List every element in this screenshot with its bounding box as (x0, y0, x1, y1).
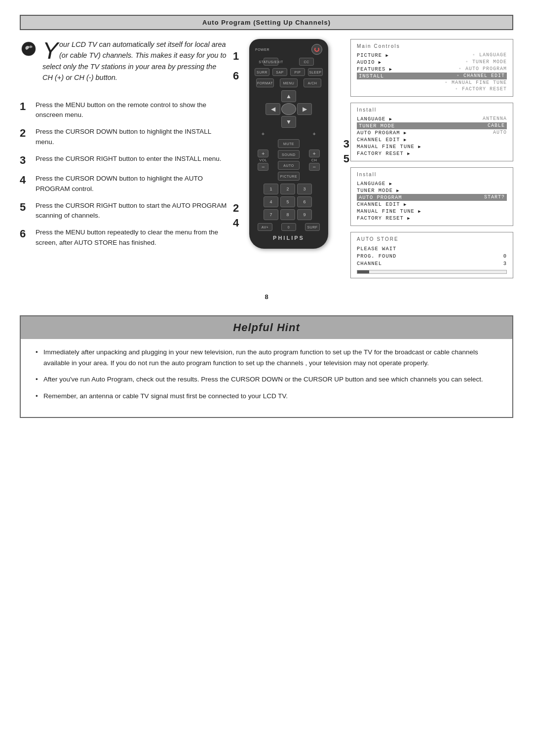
num-1-btn[interactable]: 1 (264, 184, 278, 194)
ach-button[interactable]: A/CH (304, 78, 321, 87)
menu-install-highlighted: INSTALL ◦ CHANNEL EDIT (357, 73, 507, 79)
cc-button[interactable]: CC (299, 58, 314, 66)
menu-audio: AUDIO ▶ ◦ TUNER MODE (357, 59, 507, 66)
ch-plus-label: + (312, 131, 316, 137)
step-6: 6 Press the MENU button repeatedly to cl… (20, 227, 227, 248)
remote-diagram: 1 6 2 4 POWER STATUS/EXIT (242, 39, 336, 278)
progress-bar-fill (357, 270, 369, 273)
i2-language-label: LANGUAGE ▶ (357, 181, 392, 187)
menu-install-label: INSTALL (359, 73, 384, 79)
picture-label: PICTURE (280, 175, 297, 178)
format-button[interactable]: FORMAT (256, 78, 274, 87)
ch-col: + CH − (309, 150, 320, 171)
auto-store-prog-found: PROG. FOUND 0 (357, 252, 507, 260)
num-7-btn[interactable]: 7 (264, 209, 278, 220)
menu-button[interactable]: MENU (280, 78, 298, 87)
step-2-text: Press the CURSOR DOWN button to highligh… (36, 127, 227, 147)
num-5-btn[interactable]: 5 (280, 196, 295, 207)
num-5-label: 5 (286, 199, 289, 204)
pip-button[interactable]: PIP (290, 68, 305, 76)
menu-mft-sub: ◦ MANUAL FINE TUNE (445, 80, 507, 85)
dpad-empty-tr (297, 90, 312, 102)
dpad-empty-tl (266, 90, 280, 102)
num-9-btn[interactable]: 9 (297, 209, 312, 220)
sound-btn[interactable]: SOUND (278, 150, 300, 159)
vol-label: VOL (260, 158, 267, 162)
bottom-row: AV+ 0 SURF (253, 223, 324, 231)
mute-btn[interactable]: MUTE (278, 139, 300, 148)
sap-button[interactable]: SAP (272, 68, 287, 76)
helpful-hint-title: Helpful Hint (21, 316, 512, 339)
num-8-label: 8 (286, 212, 289, 217)
sleep-button[interactable]: SLEEP (308, 68, 323, 76)
num-4-label: 4 (269, 199, 272, 204)
dpad-up[interactable]: ▲ (281, 90, 296, 102)
menu-manualfinetune: ◦ MANUAL FINE TUNE (357, 79, 507, 86)
auto-store-title: Auto Store (357, 236, 507, 242)
surr-row: SURR SAP PIP SLEEP (253, 68, 324, 76)
num-2-btn[interactable]: 2 (280, 184, 295, 194)
i1-fr-label: FACTORY RESET ▶ (357, 151, 411, 156)
please-wait-label: PLEASE WAIT (357, 246, 396, 252)
remote-philips-logo: PHILIPS (253, 235, 324, 241)
sap-label: SAP (276, 71, 284, 74)
step-4: 4 Press the CURSOR DOWN button to highli… (20, 174, 227, 194)
page: Auto Program (Setting Up Channels) Your … (0, 0, 533, 756)
menu-factoryreset: ◦ FACTORY RESET (357, 86, 507, 92)
ch-plus-btn[interactable]: + (309, 150, 320, 157)
vol-plus-btn[interactable]: + (258, 150, 268, 157)
ch-minus-btn[interactable]: − (309, 163, 320, 171)
auto-store-box: Auto Store PLEASE WAIT PROG. FOUND 0 CHA… (350, 232, 513, 278)
format-label: FORMAT (257, 81, 273, 85)
dpad-down[interactable]: ▼ (281, 116, 296, 128)
surf-button[interactable]: SURF (305, 223, 320, 231)
i1-channeledit: CHANNEL EDIT ▶ (357, 136, 507, 143)
i1-antenna: ANTENNA (483, 116, 507, 122)
avplus-button[interactable]: AV+ (258, 223, 272, 231)
vol-sound-ch-row: + VOL − MUTE SOUND AUTO (253, 139, 324, 181)
num-1-label: 1 (269, 187, 272, 191)
helpful-hint-section: Helpful Hint Immediately after unpacking… (20, 315, 513, 418)
install-menu-1: Install LANGUAGE ▶ ANTENNA TUNER MODE CA… (350, 103, 513, 161)
pip-label: PIP (295, 71, 301, 74)
remote-column: 1 6 2 4 POWER STATUS/EXIT (237, 39, 341, 278)
power-button[interactable] (311, 44, 322, 55)
drop-cap: Y (42, 42, 58, 60)
prog-found-value: 0 (503, 253, 507, 259)
zero-button[interactable]: 0 (281, 223, 296, 231)
status-exit-button[interactable]: STATUS/EXIT (264, 58, 278, 66)
main-controls-title: Main Controls (357, 43, 507, 49)
step-3-num: 3 (20, 154, 30, 167)
i2-language: LANGUAGE ▶ (357, 180, 507, 187)
step-5: 5 Press the CURSOR RIGHT button to start… (20, 201, 227, 221)
dpad-left[interactable]: ◀ (266, 103, 280, 115)
overlay-num-4: 4 (233, 217, 239, 229)
i2-autoprogram: AUTO PROGRAM START? (357, 194, 507, 201)
intro-body: our LCD TV can automatically set itself … (42, 40, 227, 81)
num-4-btn[interactable]: 4 (264, 196, 278, 207)
menu-features-label: FEATURES ▶ (357, 66, 392, 72)
progress-bar (357, 270, 507, 274)
num-6-btn[interactable]: 6 (297, 196, 312, 207)
dpad-ok[interactable] (281, 103, 296, 115)
step-6-num: 6 (20, 227, 30, 240)
i1-tunermode: TUNER MODE CABLE (357, 122, 507, 129)
vol-minus-btn[interactable]: − (258, 163, 268, 171)
i1-fr: FACTORY RESET ▶ (357, 150, 507, 157)
dpad-empty-br (297, 116, 312, 128)
num-3-btn[interactable]: 3 (297, 184, 312, 194)
picture-btn[interactable]: PICTURE (278, 172, 300, 181)
left-column: Your LCD TV can automatically set itself… (20, 39, 227, 278)
num-8-btn[interactable]: 8 (280, 209, 295, 220)
remote-body: POWER STATUS/EXIT CC (249, 39, 328, 249)
sound-col: MUTE SOUND AUTO PICTURE (278, 139, 300, 181)
step-4-text: Press the CURSOR DOWN button to highligh… (36, 174, 227, 194)
dpad-right[interactable]: ▶ (297, 103, 312, 115)
page-header: Auto Program (Setting Up Channels) (20, 15, 513, 30)
menu-label: MENU (283, 81, 295, 85)
surr-button[interactable]: SURR (255, 68, 269, 76)
auto-picture-btn[interactable]: AUTO (278, 161, 300, 170)
sleep-label: SLEEP (309, 71, 321, 74)
i2-fr-label: FACTORY RESET ▶ (357, 215, 411, 221)
i1-auto: AUTO (493, 130, 507, 136)
